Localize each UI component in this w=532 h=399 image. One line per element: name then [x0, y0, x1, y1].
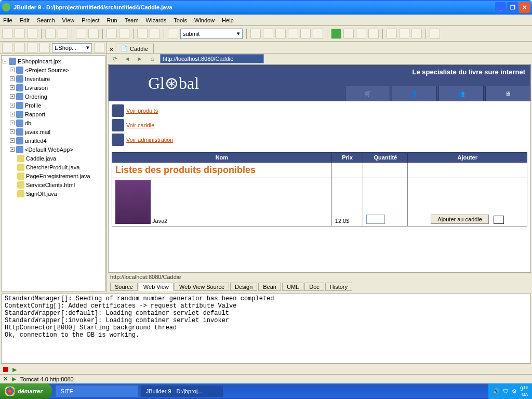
- run-button[interactable]: [331, 29, 341, 39]
- tree-item[interactable]: ChercherProduit.java: [3, 163, 104, 171]
- view-tab-uml[interactable]: UML: [282, 283, 303, 291]
- view-tab-web-view[interactable]: Web View: [139, 283, 174, 291]
- view-tab-bean[interactable]: Bean: [258, 283, 281, 291]
- system-tray[interactable]: 🔊 🛡 ⚙ 918 MA: [488, 383, 532, 399]
- nav-refresh-icon[interactable]: ⟳: [110, 54, 119, 63]
- view-tab-source[interactable]: Source: [110, 283, 138, 291]
- list-header: Listes des produits disponibles: [112, 163, 332, 178]
- tree-item[interactable]: SignOff.java: [3, 189, 104, 198]
- undo-button[interactable]: [107, 29, 117, 39]
- proj-btn1[interactable]: [2, 43, 12, 53]
- menu-search[interactable]: Search: [37, 17, 55, 23]
- nav-link[interactable]: Voir administration: [126, 137, 174, 143]
- tab-caddie[interactable]: 📄 Caddie: [115, 44, 154, 53]
- quantity-input[interactable]: [366, 215, 385, 224]
- add-to-cart-button[interactable]: Ajouter au caddie: [431, 215, 489, 224]
- step2-button[interactable]: [368, 29, 379, 39]
- new-button[interactable]: [2, 29, 12, 39]
- save-button[interactable]: [76, 29, 86, 39]
- url-input[interactable]: http://localhost:8080/Caddie: [160, 54, 264, 63]
- menu-edit[interactable]: Edit: [20, 17, 30, 23]
- nav-back-button[interactable]: [168, 29, 178, 39]
- menu-window[interactable]: Window: [194, 17, 215, 23]
- tree-item[interactable]: +javax.mail: [3, 127, 104, 136]
- tree-item[interactable]: PageEnregistrement.java: [3, 171, 104, 180]
- redo-button[interactable]: [119, 29, 129, 39]
- stop-button[interactable]: [3, 367, 8, 372]
- close-tab-icon[interactable]: ✕: [109, 46, 114, 53]
- run-config-combo[interactable]: submit▾: [180, 29, 243, 39]
- open2-button[interactable]: [27, 29, 37, 39]
- view-tab-web-view-source[interactable]: Web View Source: [175, 283, 229, 291]
- menu-help[interactable]: Help: [222, 17, 234, 23]
- tree-item[interactable]: +db: [3, 118, 104, 127]
- view-tab-design[interactable]: Design: [230, 283, 257, 291]
- taskbar-button[interactable]: SITE: [55, 385, 138, 397]
- copy-button[interactable]: [45, 29, 56, 39]
- close-button[interactable]: ✕: [519, 2, 530, 13]
- tree-item[interactable]: -EShoppincart.jpx: [3, 57, 104, 65]
- nav-home-icon[interactable]: ⌂: [148, 54, 157, 63]
- step-button[interactable]: [356, 29, 366, 39]
- nav-fwd-icon[interactable]: ►: [135, 54, 144, 63]
- proj-btn4[interactable]: [39, 43, 50, 53]
- close-console-icon[interactable]: ✕: [3, 376, 8, 382]
- home-button[interactable]: [387, 29, 397, 39]
- play-button[interactable]: ▶: [12, 366, 17, 373]
- tb5[interactable]: [300, 29, 311, 39]
- view-tab-history[interactable]: History: [325, 283, 352, 291]
- paste-button[interactable]: [58, 29, 68, 39]
- tb1[interactable]: [250, 29, 261, 39]
- saveall-button[interactable]: [88, 29, 99, 39]
- menu-run[interactable]: Run: [107, 17, 117, 23]
- tree-item[interactable]: +Livraison: [3, 83, 104, 92]
- tb2[interactable]: [263, 29, 273, 39]
- nav-cell-1[interactable]: 🛒: [345, 86, 390, 101]
- refresh-button[interactable]: [430, 29, 440, 39]
- taskbar-button[interactable]: JBuilder 9 - D:/jbproj...: [140, 385, 223, 397]
- nav-link[interactable]: Voir produits: [126, 108, 158, 114]
- proj-btn3[interactable]: [27, 43, 37, 53]
- tree-item[interactable]: +Profile: [3, 101, 104, 110]
- menu-team[interactable]: Team: [125, 17, 139, 23]
- replace-button[interactable]: [150, 29, 160, 39]
- menu-tools[interactable]: Tools: [174, 17, 187, 23]
- minimize-button[interactable]: _: [495, 2, 506, 13]
- proj-btn5[interactable]: [94, 43, 104, 53]
- open-button[interactable]: [15, 29, 25, 39]
- start-button[interactable]: démarrer: [0, 383, 52, 399]
- server-play-icon[interactable]: ▶: [12, 376, 16, 382]
- tb4[interactable]: [288, 29, 298, 39]
- tb6[interactable]: [313, 29, 323, 39]
- back-button[interactable]: [399, 29, 409, 39]
- tree-item[interactable]: ServiceClients.html: [3, 180, 104, 189]
- project-dropdown[interactable]: EShop...▾: [52, 43, 92, 52]
- nav-cell-3[interactable]: 👥: [438, 86, 484, 101]
- debug-button[interactable]: [343, 29, 354, 39]
- tree-item[interactable]: Caddie.java: [3, 154, 104, 163]
- fwd-button[interactable]: [411, 29, 422, 39]
- tree-item[interactable]: +Ordering: [3, 92, 104, 101]
- tree-item[interactable]: +<Project Source>: [3, 65, 104, 74]
- nav-link[interactable]: Voir caddie: [126, 122, 154, 128]
- find-button[interactable]: [137, 29, 148, 39]
- tb3[interactable]: [275, 29, 286, 39]
- nav-back-icon[interactable]: ◄: [123, 54, 132, 63]
- nav-cell-2[interactable]: 👤: [392, 86, 437, 101]
- proj-btn2[interactable]: [15, 43, 25, 53]
- tree-item[interactable]: +Inventaire: [3, 74, 104, 83]
- maximize-button[interactable]: ❐: [507, 2, 518, 13]
- tray-icon[interactable]: ⚙: [512, 388, 517, 395]
- nav-cell-4[interactable]: 🖥: [485, 86, 530, 101]
- menu-wizards[interactable]: Wizards: [146, 17, 167, 23]
- tray-icon[interactable]: 🔊: [493, 388, 500, 395]
- menu-project[interactable]: Project: [82, 17, 99, 23]
- menu-view[interactable]: View: [62, 17, 75, 23]
- menu-file[interactable]: File: [3, 17, 12, 23]
- tree-item[interactable]: +Rapport: [3, 110, 104, 118]
- tree-item[interactable]: +untitled4: [3, 136, 104, 145]
- view-tab-doc[interactable]: Doc: [304, 283, 324, 291]
- tray-icon[interactable]: 🛡: [503, 388, 509, 394]
- project-tree[interactable]: -EShoppincart.jpx+<Project Source>+Inven…: [1, 55, 105, 291]
- tree-item[interactable]: +<Default WebApp>: [3, 145, 104, 154]
